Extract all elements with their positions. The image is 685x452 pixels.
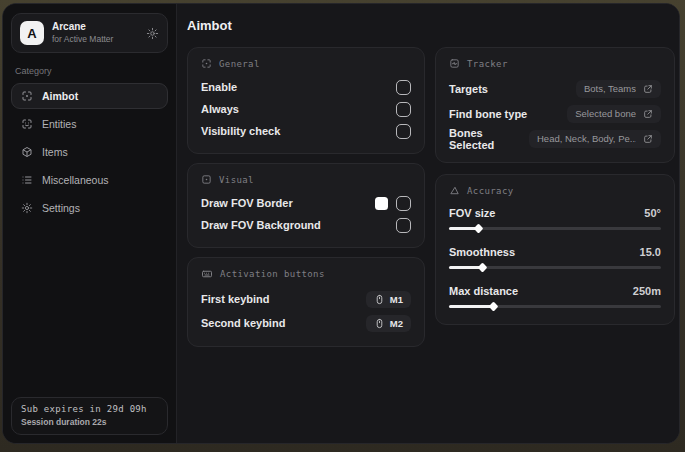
setting-label: Bones Selected — [449, 127, 529, 151]
fov-border-color-swatch[interactable] — [375, 197, 388, 210]
sidebar-item-label: Items — [42, 146, 68, 158]
max-distance-slider[interactable] — [449, 301, 661, 311]
crosshair-icon — [201, 58, 212, 69]
sidebar-item-label: Miscellaneous — [42, 174, 109, 186]
bones-selected-dropdown[interactable]: Head, Neck, Body, Pe... — [529, 130, 661, 148]
max-distance-value: 250m — [633, 285, 661, 297]
sub-expires-text: Sub expires in 29d 09h — [21, 404, 158, 414]
targets-dropdown[interactable]: Bots, Teams — [576, 80, 661, 98]
smoothness-slider[interactable] — [449, 262, 661, 272]
brand-subtitle: for Active Matter — [52, 34, 138, 45]
setting-label: Max distance — [449, 285, 518, 297]
main-content: Aimbot General — [177, 4, 679, 443]
sidebar-item-entities[interactable]: Entities — [11, 111, 168, 137]
setting-row-targets: Targets Bots, Teams — [449, 76, 661, 101]
setting-label: Visibility check — [201, 125, 280, 137]
frame-dot-icon — [201, 174, 212, 185]
expand-icon — [643, 84, 653, 94]
keyboard-icon — [201, 268, 213, 280]
find-bone-type-dropdown[interactable]: Selected bone — [567, 105, 661, 123]
draw-fov-background-checkbox[interactable] — [396, 218, 411, 233]
accuracy-card: Accuracy FOV size 50° — [435, 174, 675, 325]
category-label: Category — [15, 66, 164, 76]
cube-icon — [21, 146, 33, 158]
enable-checkbox[interactable] — [396, 80, 411, 95]
visual-card: Visual Draw FOV Border Draw FOV Backgrou… — [187, 163, 425, 248]
tracker-card-header: Tracker — [449, 58, 661, 69]
list-icon — [21, 174, 33, 186]
setting-label: Enable — [201, 81, 237, 93]
setting-row-enable: Enable — [201, 76, 411, 98]
session-duration-text: Session duration 22s — [21, 417, 158, 427]
expand-icon — [643, 134, 653, 144]
setting-label: Find bone type — [449, 108, 527, 120]
sidebar-item-label: Entities — [42, 118, 76, 130]
mouse-icon — [374, 294, 385, 305]
draw-fov-border-checkbox[interactable] — [396, 196, 411, 211]
gear-icon[interactable] — [146, 27, 159, 40]
setting-row-second-keybind: Second keybind M2 — [201, 311, 411, 335]
setting-row-always: Always — [201, 98, 411, 120]
left-column: General Enable Always Visibility check — [187, 47, 425, 347]
setting-label: Smoothness — [449, 246, 515, 258]
setting-label: Draw FOV Background — [201, 219, 321, 231]
slider-group-max-distance: Max distance 250m — [449, 281, 661, 311]
visibility-check-checkbox[interactable] — [396, 124, 411, 139]
setting-row-visibility-check: Visibility check — [201, 120, 411, 142]
subscription-info-card: Sub expires in 29d 09h Session duration … — [11, 397, 168, 435]
setting-label: Draw FOV Border — [201, 197, 293, 209]
brand-name: Arcane — [52, 21, 138, 34]
brand-text: Arcane for Active Matter — [52, 21, 138, 44]
setting-row-bones-selected: Bones Selected Head, Neck, Body, Pe... — [449, 126, 661, 151]
tracker-card: Tracker Targets Bots, Teams — [435, 47, 675, 163]
app-window: A Arcane for Active Matter Category — [2, 3, 680, 444]
slider-thumb[interactable] — [488, 302, 498, 312]
activation-card-header: Activation buttons — [201, 268, 411, 280]
pulse-icon — [449, 58, 460, 69]
setting-row-draw-fov-background: Draw FOV Background — [201, 214, 411, 236]
slider-thumb[interactable] — [473, 224, 483, 234]
setting-row-find-bone-type: Find bone type Selected bone — [449, 101, 661, 126]
smoothness-value: 15.0 — [640, 246, 661, 258]
slider-group-smoothness: Smoothness 15.0 — [449, 242, 661, 272]
sidebar-item-settings[interactable]: Settings — [11, 195, 168, 221]
right-column: Tracker Targets Bots, Teams — [435, 47, 675, 325]
accuracy-card-header: Accuracy — [449, 185, 661, 196]
setting-label: Second keybind — [201, 317, 285, 329]
sidebar: A Arcane for Active Matter Category — [3, 4, 177, 443]
brand-card: A Arcane for Active Matter — [11, 13, 168, 53]
sidebar-item-label: Aimbot — [42, 90, 78, 102]
crosshair-icon — [21, 90, 33, 102]
fov-size-value: 50° — [644, 207, 661, 219]
general-card: General Enable Always Visibility check — [187, 47, 425, 154]
category-nav: Aimbot Entities Items — [11, 83, 168, 221]
page-title: Aimbot — [187, 18, 671, 33]
mouse-icon — [374, 318, 385, 329]
sidebar-item-items[interactable]: Items — [11, 139, 168, 165]
slider-thumb[interactable] — [477, 263, 487, 273]
scan-face-icon — [21, 118, 33, 130]
always-checkbox[interactable] — [396, 102, 411, 117]
first-keybind-button[interactable]: M1 — [366, 291, 411, 308]
setting-label: FOV size — [449, 207, 495, 219]
gear-icon — [21, 202, 33, 214]
sidebar-item-aimbot[interactable]: Aimbot — [11, 83, 168, 109]
setting-label: First keybind — [201, 293, 269, 305]
setting-label: Always — [201, 103, 239, 115]
setting-row-draw-fov-border: Draw FOV Border — [201, 192, 411, 214]
visual-card-header: Visual — [201, 174, 411, 185]
general-card-header: General — [201, 58, 411, 69]
setting-row-first-keybind: First keybind M1 — [201, 287, 411, 311]
expand-icon — [643, 109, 653, 119]
activation-buttons-card: Activation buttons First keybind M1 — [187, 257, 425, 347]
brand-avatar: A — [20, 21, 44, 45]
fov-size-slider[interactable] — [449, 223, 661, 233]
slider-group-fov-size: FOV size 50° — [449, 203, 661, 233]
angle-icon — [449, 185, 460, 196]
setting-label: Targets — [449, 83, 488, 95]
sidebar-item-miscellaneous[interactable]: Miscellaneous — [11, 167, 168, 193]
second-keybind-button[interactable]: M2 — [366, 315, 411, 332]
sidebar-item-label: Settings — [42, 202, 80, 214]
